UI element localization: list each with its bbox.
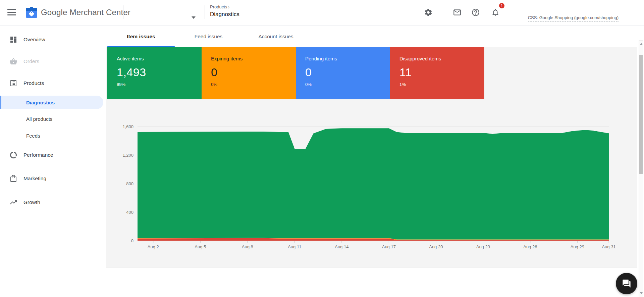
sidebar-item-label: Orders [23, 58, 39, 64]
y-tick-label: 1,200 [122, 153, 133, 158]
divider [205, 5, 205, 19]
merchant-center-logo-icon [25, 7, 38, 19]
sidebar-item-orders[interactable]: Orders [0, 55, 103, 68]
card-label: Active items [117, 56, 192, 61]
css-account-label[interactable]: CSS: Google Shopping (google.com/shoppin… [528, 15, 619, 21]
menu-icon[interactable] [7, 9, 16, 16]
x-tick-label: Aug 23 [476, 244, 490, 249]
donut-chart-icon [9, 151, 17, 159]
sidebar-item-label: All products [26, 116, 52, 122]
sidebar-nav: Overview Orders Products Diagnostics All… [0, 26, 104, 297]
breadcrumb: Products › Diagnostics [210, 4, 239, 18]
sidebar-item-performance[interactable]: Performance [0, 148, 103, 162]
x-tick-label: Aug 2 [148, 244, 159, 249]
notifications-bell-icon[interactable] [491, 8, 500, 17]
divider [123, 5, 123, 19]
chevron-right-icon: › [228, 5, 229, 9]
mail-icon[interactable] [453, 8, 462, 17]
card-percent: 99% [117, 82, 192, 87]
tab-item-issues[interactable]: Item issues [107, 26, 175, 47]
divider [443, 5, 443, 19]
x-tick-label: Aug 5 [195, 244, 206, 249]
card-value: 11 [399, 66, 475, 79]
x-tick-label: Aug 29 [571, 244, 584, 249]
sidebar-item-products[interactable]: Products [0, 77, 103, 90]
card-value: 0 [211, 66, 286, 79]
forum-chat-icon [622, 279, 631, 288]
issues-tab-bar: Item issues Feed issues Account issues [107, 26, 310, 47]
brand-title: Google Merchant Center [41, 8, 130, 17]
card-percent: 1% [399, 82, 475, 87]
chat-fab-button[interactable] [616, 273, 637, 294]
scrollbar-thumb[interactable] [639, 55, 643, 174]
trending-up-icon [9, 198, 17, 206]
x-tick-label: Aug 26 [523, 244, 537, 249]
card-active-items[interactable]: Active items 1,493 99% [107, 47, 202, 99]
scroll-down-arrow-icon[interactable] [640, 292, 643, 294]
x-tick-label: Aug 8 [242, 244, 253, 249]
x-tick-label: Aug 14 [335, 244, 348, 249]
sidebar-item-marketing[interactable]: Marketing [0, 172, 103, 185]
status-cards-row: Active items 1,493 99% Expiring items 0 … [107, 47, 484, 99]
sidebar-item-all-products[interactable]: All products [0, 112, 103, 126]
scroll-up-arrow-icon[interactable] [640, 43, 643, 45]
card-label: Disapproved items [399, 56, 475, 61]
section-divider [106, 295, 637, 295]
sidebar-item-diagnostics[interactable]: Diagnostics [0, 96, 103, 109]
vertical-scrollbar[interactable] [639, 40, 643, 297]
sidebar-item-label: Performance [23, 152, 53, 158]
card-value: 0 [305, 66, 381, 79]
dashboard-icon [9, 36, 17, 44]
x-tick-label: Aug 31 [602, 244, 615, 249]
card-percent: 0% [211, 82, 286, 87]
shopping-basket-icon [9, 57, 17, 65]
tab-feed-issues[interactable]: Feed issues [175, 26, 242, 47]
shopping-bag-icon [9, 175, 17, 183]
card-label: Expiring items [211, 56, 286, 61]
card-disapproved-items[interactable]: Disapproved items 11 1% [390, 47, 484, 99]
area-series-active-items [138, 128, 609, 239]
y-tick-label: 0 [131, 238, 133, 243]
sidebar-item-growth[interactable]: Growth [0, 196, 103, 209]
card-pending-items[interactable]: Pending items 0 0% [296, 47, 390, 99]
x-tick-label: Aug 20 [429, 244, 443, 249]
sidebar-item-feeds[interactable]: Feeds [0, 129, 103, 142]
chevron-down-icon [192, 16, 196, 19]
sidebar-item-overview[interactable]: Overview [0, 33, 103, 46]
breadcrumb-parent-link[interactable]: Products › [210, 4, 239, 9]
card-label: Pending items [305, 56, 381, 61]
sidebar-item-label: Growth [23, 199, 40, 205]
sidebar-item-label: Diagnostics [26, 100, 55, 105]
page-title: Diagnostics [210, 11, 239, 18]
x-tick-label: Aug 11 [288, 244, 301, 249]
x-tick-label: Aug 17 [382, 244, 396, 249]
settings-gear-icon[interactable] [424, 8, 433, 17]
tab-account-issues[interactable]: Account issues [242, 26, 310, 47]
y-tick-label: 1,600 [122, 124, 133, 129]
card-value: 1,493 [117, 66, 192, 79]
card-expiring-items[interactable]: Expiring items 0 0% [202, 47, 296, 99]
account-selector-dropdown[interactable] [127, 5, 198, 20]
diagnostics-panel: 04008001,2001,600Aug 2Aug 5Aug 8Aug 11Au… [106, 47, 637, 267]
list-card-icon [9, 79, 17, 87]
y-tick-label: 800 [126, 181, 133, 186]
sidebar-item-label: Marketing [23, 176, 46, 182]
notification-count-badge: 1 [498, 2, 505, 9]
sidebar-item-label: Overview [23, 37, 45, 43]
y-tick-label: 400 [126, 210, 133, 215]
card-percent: 0% [305, 82, 381, 87]
sidebar-item-label: Products [23, 80, 44, 86]
top-bar: Google Merchant Center Products › Diagno… [0, 0, 644, 26]
sidebar-item-label: Feeds [26, 133, 40, 139]
help-icon[interactable] [471, 8, 480, 17]
